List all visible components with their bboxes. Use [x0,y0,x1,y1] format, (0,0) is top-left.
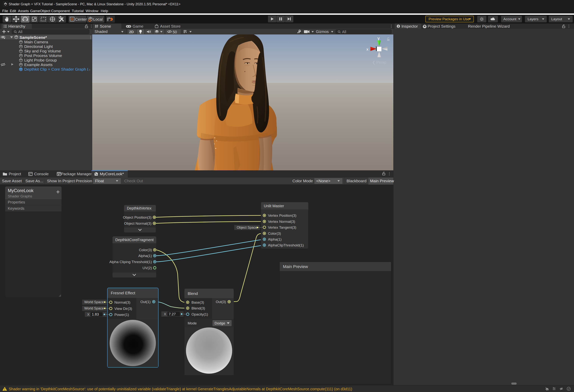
svg-text:❮ Persp: ❮ Persp [372,60,386,64]
svg-text:Opacity(1): Opacity(1) [191,312,208,316]
svg-text:Color(3): Color(3) [139,248,152,252]
svg-text:Main Preview: Main Preview [283,264,308,269]
svg-text:7.27: 7.27 [169,312,176,316]
svg-text:Properties: Properties [8,200,25,204]
svg-text:Alpha(1): Alpha(1) [268,237,282,241]
svg-text:Power(1): Power(1) [114,313,129,317]
svg-text:Object Normal(3): Object Normal(3) [124,221,151,225]
svg-text:y: y [377,36,380,41]
svg-text:1.83: 1.83 [92,312,99,316]
svg-text:x: x [367,47,369,51]
svg-text:Blend: Blend [188,291,198,296]
svg-text:Center: Center [75,17,87,21]
svg-text:Alpha Cliping Threshold(1): Alpha Cliping Threshold(1) [109,260,152,264]
svg-text:Out(1): Out(1) [140,300,151,304]
svg-text:Vertex Tangent(3): Vertex Tangent(3) [268,225,296,229]
svg-text:View Dir(3): View Dir(3) [114,307,132,311]
svg-text:X: X [164,312,166,316]
svg-text:World Space: World Space [84,306,104,310]
svg-text:Unlit Master: Unlit Master [264,204,284,208]
svg-text:Local: Local [93,17,103,21]
svg-text:Out(3): Out(3) [216,300,226,304]
svg-text:Vertex Position(3): Vertex Position(3) [268,214,296,217]
svg-text:Alpha(1): Alpha(1) [138,254,152,258]
svg-text:Mode: Mode [188,321,197,325]
svg-text:Object Position(3): Object Position(3) [123,216,151,219]
svg-text:Dodge: Dodge [215,321,225,325]
svg-text:Keywords: Keywords [8,206,24,211]
svg-text:AlphaClipThreshold(1): AlphaClipThreshold(1) [268,243,304,247]
svg-text:Blend(3): Blend(3) [191,306,205,310]
svg-text:Base(3): Base(3) [191,300,204,304]
svg-text:DepthkitVertex: DepthkitVertex [127,206,151,210]
svg-text:Vertex Normal(3): Vertex Normal(3) [268,219,295,224]
svg-text:Shader Graphs: Shader Graphs [8,194,32,198]
svg-text:Color(3): Color(3) [268,232,281,235]
svg-text:DepthkitCoreFragment: DepthkitCoreFragment [115,238,154,242]
svg-text:Object Space: Object Space [237,226,257,229]
svg-text:Normal(3): Normal(3) [114,300,130,304]
svg-text:MyCoreLook: MyCoreLook [8,188,34,193]
svg-text:World Space: World Space [84,300,104,304]
svg-text:+: + [56,188,60,195]
svg-text:UV(2): UV(2) [143,266,152,270]
svg-text:X: X [87,313,90,316]
svg-text:Fresnel Effect: Fresnel Effect [111,291,135,295]
